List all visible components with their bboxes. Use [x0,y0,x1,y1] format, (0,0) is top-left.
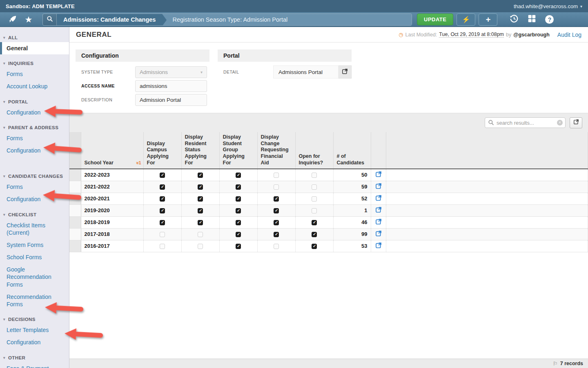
open-record-icon[interactable] [375,183,382,191]
row-handle[interactable] [69,169,81,181]
checkbox[interactable] [312,184,317,190]
detail-open-button[interactable] [339,65,352,79]
checkbox[interactable] [160,244,165,249]
sidebar-section-inquiries[interactable]: ▾ INQUIRIES [0,58,69,68]
column-header-display-student-group[interactable]: Display Student Group Applying For [219,132,257,169]
audit-log-link[interactable]: Audit Log [557,31,581,38]
sidebar-item-general[interactable]: General [0,42,69,54]
checkbox[interactable] [236,173,241,178]
quick-actions-button[interactable]: ⚡ [457,13,475,26]
row-handle[interactable] [69,240,81,252]
breadcrumb-primary[interactable]: Admissions: Candidate Changes [57,14,162,25]
checkbox[interactable] [312,173,317,178]
home-rocket-button[interactable] [4,13,20,26]
checkbox[interactable] [236,232,241,237]
checkbox[interactable] [198,232,203,237]
sidebar-item-account-lookup[interactable]: Account Lookup [0,80,69,92]
checkbox[interactable] [236,196,241,202]
column-header-school-year[interactable]: School Year »1 [81,132,143,169]
row-handle[interactable] [69,193,81,204]
checkbox[interactable] [312,244,317,249]
checkbox[interactable] [198,196,203,202]
sidebar-section-candidate-changes[interactable]: ▾ CANDIDATE CHANGES [0,171,69,181]
open-record-icon[interactable] [375,171,382,179]
checkbox[interactable] [160,220,165,225]
open-results-button[interactable] [570,117,582,128]
checkbox[interactable] [198,208,203,213]
table-row: 2019-2020 1 [69,204,588,216]
help-button[interactable]: ? [545,15,554,24]
checkbox[interactable] [274,184,279,190]
sidebar-item-candidate-configuration[interactable]: Configuration [0,193,69,205]
sidebar-section-checklist[interactable]: ▾ CHECKLIST [0,210,69,219]
checkbox[interactable] [236,244,241,249]
clear-search-icon[interactable]: × [557,120,563,126]
checkbox[interactable] [160,208,165,213]
open-record-icon[interactable] [375,195,382,202]
sidebar-item-system-forms[interactable]: System Forms [0,239,69,251]
checkbox[interactable] [312,196,317,202]
sidebar-item-school-forms[interactable]: School Forms [0,251,69,263]
column-header-num-candidates[interactable]: # of Candidates [333,132,371,169]
sidebar-item-parent-configuration[interactable]: Configuration [0,144,69,157]
user-menu[interactable]: thad.white@veracross.com ▾ [514,3,582,9]
sidebar-item-decisions-configuration[interactable]: Configuration [0,336,69,348]
sidebar-item-parent-forms[interactable]: Forms [0,132,69,144]
sidebar-item-google-recommendation-forms[interactable]: Google Recommendation Forms [0,263,69,291]
open-record-icon[interactable] [375,206,382,214]
checkbox[interactable] [198,184,203,190]
row-handle[interactable] [69,216,81,228]
checkbox[interactable] [236,220,241,225]
search-results-input[interactable] [485,117,566,128]
checkbox[interactable] [236,184,241,190]
checkbox[interactable] [274,208,279,213]
apps-button[interactable] [528,14,536,25]
update-button[interactable]: UPDATE [417,13,453,25]
sidebar-section-other[interactable]: ▾ OTHER [0,353,69,362]
column-header-display-campus[interactable]: Display Campus Applying For [143,132,181,169]
checkbox[interactable] [198,244,203,249]
open-record-icon[interactable] [375,242,382,250]
open-record-icon[interactable] [375,218,382,226]
checkbox[interactable] [198,220,203,225]
column-header-display-change-financial-aid[interactable]: Display Change Requesting Financial Aid [257,132,295,169]
checkbox[interactable] [274,244,279,249]
sidebar-section-parent-address[interactable]: ▾ PARENT & ADDRESS [0,123,69,132]
sidebar-item-letter-templates[interactable]: Letter Templates [0,324,69,336]
favorites-button[interactable]: ★ [20,13,37,26]
checkbox[interactable] [198,173,203,178]
checkbox[interactable] [312,232,317,237]
checkbox[interactable] [160,196,165,202]
row-handle[interactable] [69,181,81,193]
history-button[interactable] [510,14,519,25]
column-header-open-for-inquiries[interactable]: Open for Inquiries? [295,132,333,169]
system-type-select[interactable]: Admissions ▾ [135,66,207,78]
sidebar-item-portal-configuration[interactable]: Configuration [0,106,69,119]
open-record-icon[interactable] [375,230,382,238]
sidebar-section-portal[interactable]: ▾ PORTAL [0,97,69,106]
sidebar-item-candidate-forms[interactable]: Forms [0,181,69,193]
checkbox[interactable] [274,173,279,178]
sidebar-item-inquiries-forms[interactable]: Forms [0,68,69,80]
access-name-field[interactable]: admissions [135,80,207,92]
checkbox[interactable] [160,184,165,190]
row-handle[interactable] [69,204,81,216]
checkbox[interactable] [236,208,241,213]
add-button[interactable]: + [479,13,497,26]
checkbox[interactable] [312,208,317,213]
column-header-display-resident-status[interactable]: Display Resident Status Applying For [181,132,219,169]
search-button[interactable] [43,14,57,25]
sidebar-item-recommendation-forms[interactable]: Recommendation Forms [0,291,69,310]
checkbox[interactable] [160,232,165,237]
checkbox[interactable] [274,220,279,225]
checkbox[interactable] [160,173,165,178]
checkbox[interactable] [312,220,317,225]
sidebar-item-checklist-items-current[interactable]: Checklist Items (Current) [0,219,69,239]
row-handle[interactable] [69,228,81,240]
sidebar-section-decisions[interactable]: ▾ DECISIONS [0,314,69,324]
checkbox[interactable] [274,196,279,202]
sidebar-section-all[interactable]: ▾ ALL [0,33,69,42]
sidebar-item-fees-payment-config[interactable]: Fees & Payment Config [0,362,69,368]
description-field[interactable]: Admission Portal [135,94,207,106]
checkbox[interactable] [274,232,279,237]
